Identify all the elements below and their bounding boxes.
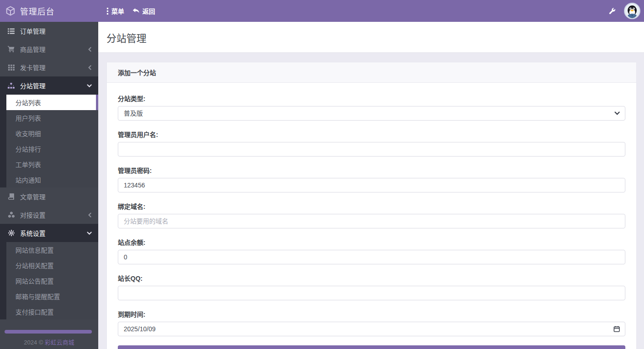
submenu-item-label: 收支明细 <box>15 129 41 138</box>
chevron-left-icon <box>88 47 92 52</box>
menu-toggle-button[interactable]: 菜单 <box>106 6 124 15</box>
back-button[interactable]: 返回 <box>132 6 155 15</box>
page-header: 分站管理 <box>98 22 644 53</box>
sidebar-item-orders[interactable]: 订单管理 <box>0 22 98 40</box>
sidebar-item-label: 发卡管理 <box>20 63 45 72</box>
back-label: 返回 <box>142 6 155 15</box>
sidebar-item-label: 文章管理 <box>20 192 45 201</box>
sidebar-item-label: 商品管理 <box>20 45 45 54</box>
sidebar-item-substations[interactable]: 分站管理 <box>0 76 98 95</box>
sidebar-item-label: 对接设置 <box>20 210 45 219</box>
sidebar-item-docking[interactable]: 对接设置 <box>0 206 98 224</box>
sidebar-footer: 2024 © 彩虹云商城 <box>0 338 98 346</box>
sidebar-item-label: 订单管理 <box>20 26 45 35</box>
admin-password-input[interactable] <box>118 178 625 192</box>
chevron-left-icon <box>88 65 92 70</box>
expire-date-label: 到期时间: <box>118 309 625 319</box>
submenu-item-payment-api-config[interactable]: 支付接口配置 <box>6 304 98 319</box>
confirm-add-button[interactable]: 确定添加 <box>118 345 625 349</box>
reply-arrow-icon <box>132 8 140 14</box>
submenu-item-label: 分站排行 <box>15 144 41 153</box>
copyright-text: 2024 © <box>24 339 43 346</box>
sidebar-item-label: 系统设置 <box>20 228 45 238</box>
substations-submenu: 分站列表 用户列表 收支明细 分站排行 工单列表 站内通知 <box>0 95 98 187</box>
webmaster-qq-label: 站长QQ: <box>118 273 625 283</box>
user-avatar[interactable] <box>624 3 640 19</box>
sidebar-scrollbar-thumb[interactable] <box>5 330 92 334</box>
bind-domain-label: 绑定域名: <box>118 202 625 211</box>
gear-icon <box>7 230 15 236</box>
bind-domain-input[interactable] <box>118 214 625 228</box>
brand-link[interactable]: 彩虹云商城 <box>45 339 74 346</box>
settings-wrench-icon[interactable] <box>609 7 616 15</box>
add-substation-card: 添加一个分站 分站类型: 普及版 管理员用户名: <box>106 62 637 349</box>
chevron-left-icon <box>88 212 92 217</box>
app-title: 管理后台 <box>20 5 55 17</box>
sidebar-item-products[interactable]: 商品管理 <box>0 40 98 58</box>
webmaster-qq-input[interactable] <box>118 286 625 300</box>
submenu-item-label: 站内通知 <box>15 175 41 184</box>
list-icon <box>7 28 15 34</box>
main-content: 分站管理 添加一个分站 分站类型: 普及版 管 <box>98 22 644 349</box>
page-title: 分站管理 <box>106 30 146 45</box>
submenu-item-site-info-config[interactable]: 网站信息配置 <box>6 242 98 258</box>
expire-date-input[interactable] <box>118 322 625 336</box>
topbar: 管理后台 菜单 返回 <box>0 0 644 22</box>
sitemap-icon <box>7 83 15 89</box>
article-icon <box>7 193 15 200</box>
submenu-item-label: 网站公告配置 <box>15 276 54 285</box>
menu-toggle-label: 菜单 <box>111 6 124 15</box>
submenu-item-label: 分站列表 <box>15 98 41 107</box>
site-balance-input[interactable] <box>118 250 625 264</box>
submenu-item-announcement-config[interactable]: 网站公告配置 <box>6 273 98 288</box>
card-header: 添加一个分站 <box>107 62 636 83</box>
submenu-item-substation-rank[interactable]: 分站排行 <box>6 141 98 157</box>
submenu-item-income-expense[interactable]: 收支明细 <box>6 126 98 141</box>
site-balance-label: 站点余额: <box>118 238 625 247</box>
system-settings-submenu: 网站信息配置 分站相关配置 网站公告配置 邮箱与提醒配置 支付接口配置 <box>0 242 98 319</box>
submenu-item-substation-list[interactable]: 分站列表 <box>6 95 98 110</box>
grid-icon <box>7 65 15 71</box>
submenu-item-label: 用户列表 <box>15 113 41 122</box>
substation-type-select[interactable]: 普及版 <box>118 106 625 121</box>
submenu-item-label: 支付接口配置 <box>15 307 54 316</box>
admin-password-label: 管理员密码: <box>118 166 625 175</box>
ellipsis-v-icon <box>106 8 109 15</box>
submenu-item-substation-config[interactable]: 分站相关配置 <box>6 258 98 273</box>
submenu-item-user-list[interactable]: 用户列表 <box>6 110 98 126</box>
cube-logo-icon <box>5 6 15 16</box>
submenu-item-label: 邮箱与提醒配置 <box>15 292 60 301</box>
submenu-item-label: 工单列表 <box>15 160 41 169</box>
submenu-item-email-reminder-config[interactable]: 邮箱与提醒配置 <box>6 288 98 304</box>
admin-username-input[interactable] <box>118 142 625 157</box>
submenu-item-label: 分站相关配置 <box>15 261 54 270</box>
chevron-down-icon <box>87 231 92 235</box>
cart-icon <box>7 46 15 52</box>
sidebar-item-label: 分站管理 <box>20 81 45 90</box>
sidebar-item-cards[interactable]: 发卡管理 <box>0 58 98 76</box>
submenu-item-label: 网站信息配置 <box>15 245 54 254</box>
sidebar-item-system-settings[interactable]: 系统设置 <box>0 224 98 242</box>
admin-username-label: 管理员用户名: <box>118 130 625 139</box>
submenu-item-site-notice[interactable]: 站内通知 <box>6 172 98 187</box>
chevron-down-icon <box>87 84 92 88</box>
calendar-icon[interactable] <box>614 326 620 332</box>
substation-type-label: 分站类型: <box>118 94 625 103</box>
cubes-icon <box>7 212 15 218</box>
app-brand[interactable]: 管理后台 <box>0 5 98 17</box>
sidebar-item-articles[interactable]: 文章管理 <box>0 187 98 206</box>
sidebar: 订单管理 商品管理 发卡管理 <box>0 22 98 349</box>
submenu-item-ticket-list[interactable]: 工单列表 <box>6 157 98 172</box>
